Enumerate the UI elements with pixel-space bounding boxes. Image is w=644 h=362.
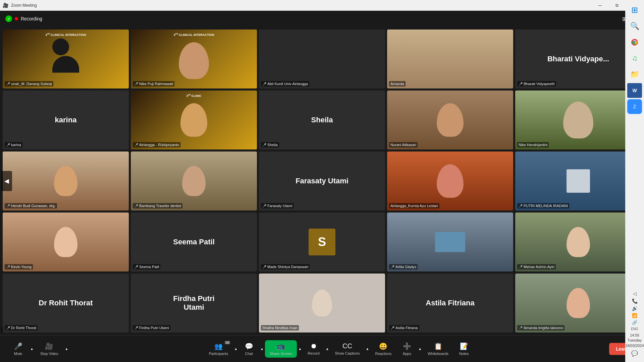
video-arrow[interactable]: ▲: [64, 347, 69, 351]
participant-cell-21: Dr Rohit Thorat 🎤 Dr Rohit Thorat: [3, 274, 129, 333]
share-arrow[interactable]: ▲: [298, 347, 302, 351]
participant-label-22: 🎤 Firdha Putri Utami: [133, 325, 170, 330]
apps-arrow[interactable]: ▲: [418, 347, 422, 351]
participant-label-23: Shafira Ninditya Irsan: [261, 325, 299, 330]
participant-name-center-24: Astila Fitriana: [426, 299, 474, 307]
participants-arrow[interactable]: ▲: [233, 347, 238, 351]
share-screen-button[interactable]: 📺 Share Screen: [265, 340, 297, 358]
grid-row-5: Dr Rohit Thorat 🎤 Dr Rohit Thorat Firdha…: [3, 274, 641, 333]
notes-button[interactable]: 📝 Notes: [454, 340, 474, 358]
participant-label-12: 🎤 Bambang Traveler dentist: [133, 203, 182, 208]
participant-label-15: 🎤 PUTRI MELINDA IRADANI: [517, 203, 569, 208]
nav-prev-button[interactable]: ◀: [1, 171, 12, 191]
participant-label-8: 🎤 Sheila: [261, 142, 279, 147]
language-display: ENG: [631, 327, 638, 331]
title-bar-left: 🎥 Zoom Meeting: [3, 3, 37, 8]
apps-button[interactable]: ➕ Apps: [397, 340, 417, 358]
participant-cell-17: Seema Patil 🎤 Seema Patil: [131, 213, 257, 272]
recording-indicator: ✓ Recording: [5, 15, 42, 22]
participant-cell-22: Firdha Putri Utami 🎤 Firdha Putri Utami: [131, 274, 257, 333]
zoom-toolbar: ✓ Recording ⊞ View: [0, 11, 644, 27]
mute-icon-22: 🎤: [134, 326, 138, 330]
windows-search-icon[interactable]: 🔍: [627, 27, 642, 34]
video-grid: ◀ ▶ 2/2 2/2 3rd CLINICAL INTERACTION 🎤 u…: [0, 27, 644, 335]
participant-name-center-5: Bharati Vidyape...: [547, 55, 609, 63]
zoom-app-icon[interactable]: Z: [627, 99, 642, 114]
chat-arrow[interactable]: ▲: [260, 347, 264, 351]
participants-button[interactable]: 👥 Participants 31: [204, 340, 233, 358]
mute-arrow[interactable]: ▲: [30, 347, 34, 351]
mute-icon-19: 🎤: [390, 265, 394, 269]
grid-row-3: 🎤 Hendri Budi Gunawan, drg. 🎤 Bambang Tr…: [3, 152, 641, 210]
participant-label-4: Amanda: [389, 81, 406, 86]
participant-name-center-17: Seema Patil: [173, 238, 215, 246]
zoom-logo-green: ✓: [5, 15, 12, 22]
participant-label-3: 🎤 Abil Kurdi Univ Airlangga: [261, 81, 309, 86]
chat-button[interactable]: 💬 Chat: [239, 340, 259, 358]
grid-row-4: 🎤 Kevin Young Seema Patil 🎤 Seema Patil …: [3, 213, 641, 272]
recording-label: Recording: [21, 16, 42, 21]
participant-name-center-21: Dr Rohit Thorat: [39, 299, 93, 307]
participant-cell-19: 🎤 Arlita Gladys: [387, 213, 513, 272]
reactions-button[interactable]: 😀 Reactions: [370, 340, 396, 358]
reactions-icon: 😀: [379, 342, 387, 350]
mute-icon-8: 🎤: [262, 143, 266, 147]
whiteboards-button[interactable]: 📋 Whiteboards: [423, 340, 453, 358]
participants-icon: 👥: [214, 342, 223, 350]
phone-tray-icon: 📞: [632, 298, 638, 304]
record-arrow[interactable]: ▲: [325, 347, 330, 351]
mute-icon-25: 🎤: [519, 326, 523, 330]
participant-cell-1: 3rd CLINICAL INTERACTION 🎤 unair_M. Dana…: [3, 29, 129, 88]
participants-count: 31: [225, 341, 230, 344]
mute-icon-5: 🎤: [519, 82, 523, 86]
whiteboards-icon: 📋: [434, 342, 442, 350]
participant-cell-23: Shafira Ninditya Irsan: [259, 274, 385, 333]
files-icon[interactable]: 📁: [627, 67, 642, 82]
participant-cell-25: 🎤 Amanda brigitta laksono: [515, 274, 641, 333]
participant-name-center-22: Firdha Putri Utami: [162, 294, 225, 312]
spotify-icon[interactable]: ♫: [627, 51, 642, 66]
participant-label-24: 🎤 Astila Fitriana: [389, 325, 419, 330]
participant-cell-18: S 🎤 Made Shintya Danaswari: [259, 213, 385, 272]
wifi-tray-icon: 📶: [632, 313, 637, 318]
mute-icon: 🎤: [14, 342, 22, 350]
participant-cell-12: 🎤 Bambang Traveler dentist: [131, 152, 257, 210]
title-bar: 🎥 Zoom Meeting — ⧉ ✕: [0, 0, 644, 11]
show-captions-button[interactable]: CC Show Captions: [330, 340, 365, 357]
stop-video-button[interactable]: 🎥 Stop Video: [36, 340, 63, 358]
mute-icon-11: 🎤: [6, 204, 10, 208]
minimize-button[interactable]: —: [592, 0, 608, 11]
maximize-button[interactable]: ⧉: [609, 0, 625, 11]
mute-icon-1: 🎤: [6, 82, 10, 86]
mute-icon-15: 🎤: [519, 204, 523, 208]
captions-arrow[interactable]: ▲: [365, 347, 370, 351]
recording-dot: [15, 17, 18, 20]
sidebar-expand-icon[interactable]: ◁: [633, 291, 637, 296]
record-button[interactable]: ⏺ Record: [303, 340, 324, 357]
bottom-toolbar: 🎤 Mute ▲ 🎥 Stop Video ▲ 👥 Participants 3…: [0, 335, 644, 362]
toolbar-center-group: 👥 Participants 31 ▲ 💬 Chat ▲ 📺 Share Scr…: [204, 340, 474, 358]
mute-icon-18: 🎤: [262, 265, 266, 269]
word-icon[interactable]: W: [627, 83, 642, 98]
participant-cell-11: 🎤 Hendri Budi Gunawan, drg.: [3, 152, 129, 210]
mute-button[interactable]: 🎤 Mute: [8, 340, 28, 358]
mute-icon-12: 🎤: [134, 204, 138, 208]
mute-icon-3: 🎤: [262, 82, 266, 86]
mute-icon-13: 🎤: [262, 204, 266, 208]
main-content: ◀ ▶ 2/2 2/2 3rd CLINICAL INTERACTION 🎤 u…: [0, 27, 644, 335]
participant-label-25: 🎤 Amanda brigitta laksono: [517, 325, 565, 330]
video-icon: 🎥: [45, 342, 53, 350]
participant-cell-9: Nurani Atikasari: [387, 90, 513, 149]
captions-icon: CC: [342, 342, 352, 350]
window-title: Zoom Meeting: [11, 3, 37, 8]
participant-label-14: Airlangga_Kurnia Ayu Lestari: [389, 203, 439, 208]
participant-label-18: 🎤 Made Shintya Danaswari: [261, 264, 310, 269]
participant-name-center-6: karina: [55, 116, 77, 124]
participant-cell-10: Nike Hendrijantini: [515, 90, 641, 149]
participant-label-7: 🎤 Airlangga - Rizkipriyanto: [133, 142, 180, 147]
mute-icon-16: 🎤: [6, 265, 10, 269]
chrome-icon[interactable]: [627, 35, 642, 50]
participant-cell-6: karina 🎤 karina: [3, 90, 129, 149]
mute-icon-24: 🎤: [390, 326, 394, 330]
participant-cell-24: Astila Fitriana 🎤 Astila Fitriana: [387, 274, 513, 333]
